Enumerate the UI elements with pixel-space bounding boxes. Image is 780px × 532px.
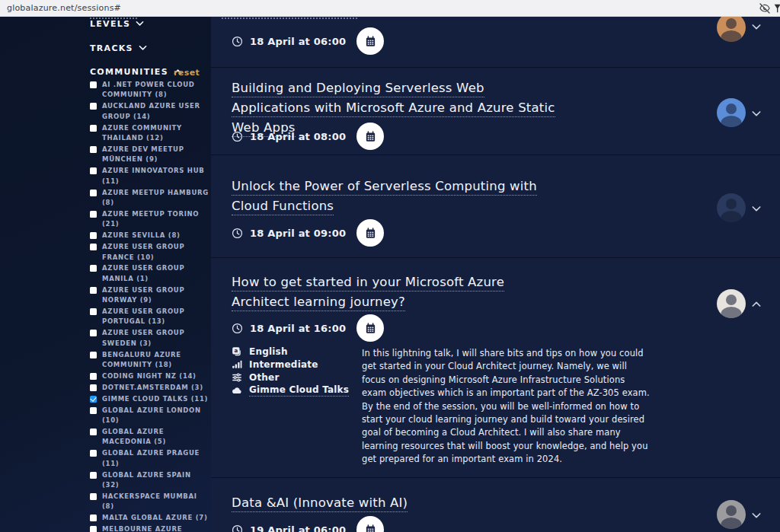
checkbox[interactable] bbox=[90, 211, 97, 218]
session-title[interactable]: How to get started in your Microsoft Azu… bbox=[232, 272, 564, 312]
community-filter-label: MELBOURNE AZURE bbox=[102, 524, 182, 532]
checkbox[interactable] bbox=[90, 352, 97, 358]
community-filter-item[interactable]: AZURE MEETUP TORINO (21) bbox=[90, 209, 209, 230]
session-details: a English Intermediate Other bbox=[232, 345, 349, 397]
checkbox[interactable] bbox=[90, 167, 97, 174]
svg-text:a: a bbox=[234, 348, 238, 354]
speaker-avatar[interactable] bbox=[717, 193, 746, 222]
checkbox[interactable] bbox=[90, 493, 97, 500]
checkbox[interactable] bbox=[90, 526, 97, 532]
community-filter-item[interactable]: AUCKLAND AZURE USER GROUP (14) bbox=[90, 101, 209, 122]
checkbox[interactable] bbox=[90, 428, 97, 435]
speaker-avatar[interactable] bbox=[717, 500, 746, 529]
checkbox[interactable] bbox=[90, 103, 97, 110]
session-time: 18 April at 08:00 bbox=[250, 131, 346, 142]
filter-section-tracks[interactable]: TRACKS bbox=[90, 43, 147, 53]
community-filter-item[interactable]: AZURE USER GROUP FRANCE (10) bbox=[90, 242, 209, 263]
session-meta: 18 April at 08:00 bbox=[232, 123, 384, 150]
checkbox[interactable] bbox=[90, 472, 97, 479]
add-to-calendar-button[interactable] bbox=[356, 314, 384, 342]
checkbox-checked[interactable] bbox=[90, 396, 97, 403]
community-filter-item[interactable]: DOTNET.AMSTERDAM (3) bbox=[90, 383, 209, 393]
checkbox[interactable] bbox=[90, 265, 97, 272]
clock-icon bbox=[232, 131, 243, 142]
chevron-up-icon[interactable] bbox=[750, 298, 763, 311]
speaker-avatar[interactable] bbox=[717, 98, 746, 127]
community-filter-item[interactable]: AZURE USER GROUP NORWAY (9) bbox=[90, 285, 209, 306]
add-to-calendar-button[interactable] bbox=[356, 219, 384, 247]
checkbox[interactable] bbox=[90, 308, 97, 315]
chevron-down-icon bbox=[136, 19, 144, 29]
add-to-calendar-button[interactable] bbox=[356, 516, 384, 532]
checkbox[interactable] bbox=[90, 287, 97, 294]
address-bar[interactable]: globalazure.net/sessions# bbox=[7, 3, 121, 13]
chevron-down-icon[interactable] bbox=[750, 107, 763, 120]
session-title[interactable]: Unlock the Power of Serverless Computing… bbox=[232, 177, 564, 216]
add-to-calendar-button[interactable] bbox=[356, 123, 384, 150]
community-filter-item[interactable]: MELBOURNE AZURE bbox=[90, 524, 209, 532]
checkbox[interactable] bbox=[90, 514, 97, 521]
checkbox[interactable] bbox=[90, 330, 97, 336]
hidden-eye-icon[interactable] bbox=[759, 2, 771, 14]
checkbox[interactable] bbox=[90, 146, 97, 153]
reset-filters-link[interactable]: reset bbox=[174, 68, 200, 78]
community-filter-item[interactable]: AZURE MEETUP HAMBURG (8) bbox=[90, 188, 209, 209]
community-filter-item[interactable]: AZURE INNOVATORS HUB (11) bbox=[90, 166, 209, 186]
community-filter-item[interactable]: GLOBAL AZURE SPAIN (32) bbox=[90, 470, 209, 491]
session-title[interactable]: Data &AI (Innovate with AI) bbox=[232, 493, 564, 513]
community-link[interactable]: Gimme Cloud Talks bbox=[249, 384, 349, 397]
community-filter-label: AZURE USER GROUP FRANCE (10) bbox=[102, 242, 209, 263]
community-filter-item[interactable]: MALTA GLOBAL AZURE (7) bbox=[90, 513, 209, 523]
clock-icon bbox=[232, 228, 243, 239]
community-filter-label: AZURE MEETUP TORINO (21) bbox=[102, 209, 209, 230]
sliders-icon bbox=[232, 372, 242, 383]
session-meta: 18 April at 16:00 bbox=[232, 314, 384, 342]
community-filter-item[interactable]: GLOBAL AZURE PRAGUE (11) bbox=[90, 448, 209, 469]
community-filter-label: GIMME CLOUD TALKS (11) bbox=[102, 394, 208, 404]
checkbox[interactable] bbox=[90, 81, 97, 88]
checkbox[interactable] bbox=[90, 232, 97, 239]
checkbox[interactable] bbox=[90, 373, 97, 380]
community-filter-item[interactable]: GLOBAL AZURE MACEDONIA (5) bbox=[90, 427, 209, 448]
checkbox[interactable] bbox=[90, 450, 97, 457]
checkbox[interactable] bbox=[90, 384, 97, 391]
community-filter-label: AZURE INNOVATORS HUB (11) bbox=[102, 166, 209, 186]
filter-section-levels[interactable]: LEVELS bbox=[90, 19, 144, 29]
chevron-down-icon[interactable] bbox=[750, 508, 763, 522]
clipped-title-underline bbox=[222, 18, 357, 19]
community-filter-item[interactable]: AZURE DEV MEETUP MÜNCHEN (9) bbox=[90, 145, 209, 165]
add-to-calendar-button[interactable] bbox=[356, 27, 384, 55]
session-card-expanded: How to get started in your Microsoft Azu… bbox=[211, 257, 780, 477]
speaker-avatar[interactable] bbox=[717, 289, 746, 318]
community-filter-item[interactable]: AI .NET POWER CLOUD COMMUNITY (8) bbox=[90, 80, 209, 100]
partial-extension-icon[interactable] bbox=[772, 2, 780, 14]
speaker-avatar[interactable] bbox=[717, 17, 746, 42]
community-filter-label: HACKERSPACE MUMBAI (8) bbox=[102, 492, 209, 512]
community-filter-item[interactable]: AZURE USER GROUP PORTUGAL (13) bbox=[90, 307, 209, 327]
community-filter-item[interactable]: AZURE SEVILLA (8) bbox=[90, 231, 209, 241]
community-filter-label: AZURE USER GROUP MANILA (1) bbox=[102, 263, 209, 284]
community-filter-item[interactable]: AZURE COMMUNITY THAILAND (12) bbox=[90, 123, 209, 144]
community-filter-item[interactable]: HACKERSPACE MUMBAI (8) bbox=[90, 492, 209, 512]
chevron-down-icon[interactable] bbox=[750, 202, 763, 215]
language-icon: a bbox=[232, 346, 242, 357]
communities-label: COMMUNITIES bbox=[90, 67, 168, 77]
community-filter-item[interactable]: AZURE USER GROUP MANILA (1) bbox=[90, 263, 209, 284]
checkbox[interactable] bbox=[90, 190, 97, 196]
session-card: Unlock the Power of Serverless Computing… bbox=[211, 155, 780, 257]
checkbox[interactable] bbox=[90, 244, 97, 250]
format-label: Other bbox=[249, 372, 280, 383]
session-description: In this lightning talk, I will share bit… bbox=[362, 347, 650, 467]
community-filter-item[interactable]: AZURE USER GROUP SWEDEN (3) bbox=[90, 328, 209, 349]
session-meta: 18 April at 09:00 bbox=[232, 219, 384, 247]
checkbox[interactable] bbox=[90, 407, 97, 414]
community-filter-item[interactable]: GIMME CLOUD TALKS (11) bbox=[90, 394, 209, 404]
community-filter-item[interactable]: GLOBAL AZURE LONDON (10) bbox=[90, 406, 209, 426]
community-filter-label: AZURE COMMUNITY THAILAND (12) bbox=[102, 123, 209, 144]
community-filter-label: GLOBAL AZURE MACEDONIA (5) bbox=[102, 427, 209, 448]
chevron-down-icon[interactable] bbox=[750, 20, 763, 33]
filter-section-communities[interactable]: COMMUNITIES bbox=[90, 67, 182, 77]
community-filter-item[interactable]: BENGALURU AZURE COMMUNITY (18) bbox=[90, 350, 209, 371]
community-filter-item[interactable]: CODING NIGHT NZ (14) bbox=[90, 371, 209, 381]
checkbox[interactable] bbox=[90, 125, 97, 132]
